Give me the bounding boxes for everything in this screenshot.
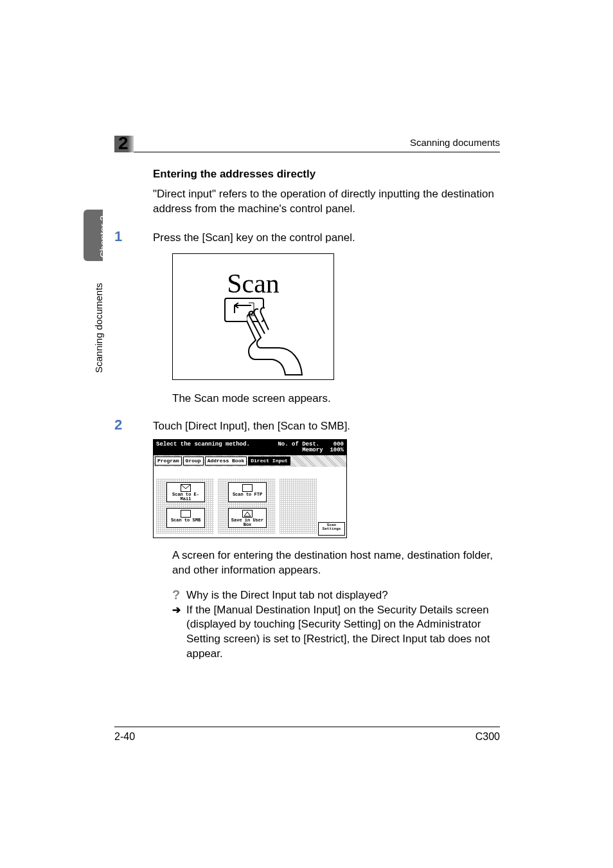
page-header: 2 Scanning documents — [114, 135, 500, 152]
step-number: 1 — [114, 228, 153, 246]
lcd-mem-label: Memory — [302, 447, 323, 453]
step-after: A screen for entering the destination ho… — [172, 548, 500, 578]
question-mark-icon: ? — [172, 588, 186, 601]
section-intro: "Direct input" refers to the operation o… — [153, 187, 500, 217]
lcd-btn-ftp: Scan to FTP — [228, 482, 267, 502]
step-number: 2 — [114, 417, 153, 434]
figure-lcd-screen: Select the scanning method. No. of Dest.… — [153, 439, 347, 538]
lcd-mem-value: 100% — [330, 447, 344, 453]
page-footer: 2-40 C300 — [114, 727, 500, 743]
page-number: 2-40 — [114, 731, 135, 743]
side-tab-label: Chapter 2 — [98, 215, 109, 258]
lcd-btn-userbox: Save in User Box — [228, 508, 267, 528]
qa-answer: If the [Manual Destination Input] on the… — [186, 603, 500, 662]
arrow-right-icon: ➔ — [172, 603, 186, 617]
lcd-tab-program: Program — [155, 457, 182, 466]
figure-scan-key: Scan — [172, 253, 500, 380]
running-head: Scanning documents — [410, 137, 500, 148]
lcd-title: Select the scanning method. — [156, 442, 250, 453]
section-heading: Entering the addresses directly — [153, 168, 500, 181]
lcd-tab-addressbook: Address Book — [205, 457, 247, 466]
chapter-number: 2 — [118, 133, 129, 154]
scan-key-label: Scan — [173, 268, 333, 299]
hand-icon — [247, 305, 305, 376]
lcd-btn-scansettings: Scan Settings — [318, 522, 345, 536]
step-after: The Scan mode screen appears. — [172, 392, 500, 406]
model-number: C300 — [475, 731, 500, 743]
step: 1 Press the [Scan] key on the control pa… — [114, 228, 500, 246]
lcd-btn-email: Scan to E-Mail — [166, 482, 205, 502]
lcd-btn-smb: Scan to SMB — [166, 508, 205, 528]
side-tab: Chapter 2 — [84, 210, 103, 261]
step-text: Touch [Direct Input], then [Scan to SMB]… — [153, 417, 500, 434]
step: 2 Touch [Direct Input], then [Scan to SM… — [114, 417, 500, 434]
lcd-tab-directinput: Direct Input — [248, 457, 290, 466]
step-text: Press the [Scan] key on the control pane… — [153, 228, 500, 246]
lcd-tab-group: Group — [183, 457, 204, 466]
qa-question: Why is the Direct Input tab not displaye… — [186, 588, 388, 603]
side-running-label: Scanning documents — [93, 283, 104, 373]
